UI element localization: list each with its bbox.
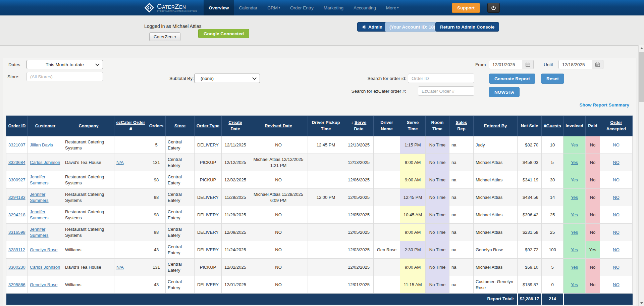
col-order-accepted[interactable]: Order Accepted	[600, 116, 633, 136]
ezcater-search-input[interactable]	[418, 86, 474, 96]
scrollbar-up-button[interactable]	[639, 45, 644, 51]
order-accepted-link[interactable]: NO	[613, 195, 620, 200]
cell-net-sale: $458.03	[518, 154, 542, 171]
generate-report-button[interactable]: Generate Report	[489, 74, 535, 84]
col-company[interactable]: Company	[63, 116, 114, 136]
order-accepted-link[interactable]: NO	[613, 265, 620, 270]
order-id-link[interactable]: 3323684	[8, 160, 25, 165]
cell-driver-pickup-time	[308, 259, 344, 276]
order-accepted-link[interactable]: NO	[613, 160, 620, 165]
cell-guests: 25	[542, 224, 564, 241]
ezcater-link[interactable]: N/A	[116, 265, 124, 270]
col-store[interactable]: Store	[166, 116, 195, 136]
scrollbar-down-button[interactable]	[639, 300, 644, 306]
order-id-link[interactable]: 3300230	[8, 265, 25, 270]
col-guests[interactable]: #Guests	[542, 116, 564, 136]
order-accepted-link[interactable]: NO	[613, 230, 620, 235]
support-button[interactable]: Support	[452, 3, 480, 13]
nowsta-button[interactable]: NOWSTA	[489, 87, 520, 97]
cell-order-id: 3300927	[6, 171, 28, 189]
admin-button[interactable]: Admin	[357, 22, 387, 32]
col-ezcater[interactable]: ezCater Order #	[114, 116, 147, 136]
customer-link[interactable]: Jennifer Summers	[30, 227, 49, 238]
cell-driver-name	[374, 224, 400, 241]
nav-item-crm[interactable]: CRM ▾	[262, 0, 285, 15]
order-id-link[interactable]: 3321007	[8, 142, 25, 147]
nav-item-accounting[interactable]: Accounting	[348, 0, 381, 15]
col-serve-date[interactable]: ↓ Serve Date	[344, 116, 374, 136]
order-accepted-link[interactable]: NO	[613, 247, 620, 252]
order-id-link[interactable]: 3289112	[8, 247, 25, 252]
order-id-link[interactable]: 3295866	[8, 282, 25, 287]
customer-link[interactable]: Jennifer Summers	[30, 192, 49, 203]
col-label: Order Type	[197, 123, 219, 128]
cell-serve-time: 9:00 AM	[400, 259, 426, 276]
customer-link[interactable]: Jennifer Summers	[30, 174, 49, 185]
customer-link[interactable]: Carlos Johnson	[30, 160, 60, 165]
col-revised-date[interactable]: Revised Date	[249, 116, 308, 136]
order-accepted-link[interactable]: NO	[613, 142, 620, 147]
until-calendar-button[interactable]	[592, 60, 603, 69]
invoiced-link[interactable]: Yes	[571, 247, 578, 252]
nav-item-calendar[interactable]: Calendar	[234, 0, 262, 15]
order-id-link[interactable]: 3300927	[8, 177, 25, 182]
dates-select[interactable]: This Month-to-date	[26, 60, 103, 69]
order-accepted-link[interactable]: NO	[613, 282, 620, 287]
account-dropdown-button[interactable]: CaterZen ▾	[149, 32, 180, 41]
from-calendar-button[interactable]	[522, 60, 534, 69]
col-create-date[interactable]: Create Date	[222, 116, 249, 136]
col-entered-by[interactable]: Entered By	[474, 116, 518, 136]
vertical-scrollbar[interactable]	[638, 45, 644, 306]
scrollbar-thumb[interactable]	[639, 52, 644, 102]
caterzen-logo[interactable]: CaterZen BY RESTAURANT & CATERING SYSTEM…	[144, 0, 204, 15]
nav-item-overview[interactable]: Overview	[204, 0, 234, 15]
invoiced-link[interactable]: Yes	[571, 160, 578, 165]
invoiced-link[interactable]: Yes	[571, 212, 578, 217]
col-order-type[interactable]: Order Type	[195, 116, 222, 136]
subtotal-by-select[interactable]: (none)	[194, 74, 260, 83]
ezcater-link[interactable]: N/A	[116, 160, 124, 165]
order-id-search-input[interactable]	[408, 74, 474, 83]
order-accepted-link[interactable]: NO	[613, 212, 620, 217]
invoiced-link[interactable]: Yes	[571, 282, 578, 287]
invoiced-link[interactable]: Yes	[571, 230, 578, 235]
account-id-button[interactable]: (Your Account ID: 18)	[385, 22, 440, 32]
customer-link[interactable]: Genelyn Rose	[30, 282, 57, 287]
customer-link[interactable]: Genelyn Rose	[30, 247, 57, 252]
invoiced-link[interactable]: Yes	[571, 177, 578, 182]
col-label: Invoiced	[566, 123, 583, 128]
col-customer[interactable]: Customer	[28, 116, 63, 136]
nav-item-order-entry[interactable]: Order Entry	[285, 0, 319, 15]
order-id-link[interactable]: 3294218	[8, 212, 25, 217]
show-report-summary-link[interactable]: Show Report Summary	[579, 102, 629, 107]
customer-link[interactable]: Jennifer Summers	[30, 209, 49, 220]
reset-button[interactable]: Reset	[541, 74, 564, 84]
cell-entered-by: Michael Attias	[474, 171, 518, 189]
invoiced-link[interactable]: Yes	[571, 142, 578, 147]
nav-item-marketing[interactable]: Marketing	[319, 0, 348, 15]
customer-link[interactable]: Jillian Davis	[30, 142, 53, 147]
col-sales-rep[interactable]: Sales Rep	[449, 116, 474, 136]
col-label: Orders	[149, 123, 164, 128]
cell-company: Restaurant Catering Systems	[63, 224, 114, 241]
google-connected-button[interactable]: Google Connected	[198, 29, 249, 38]
until-date-input[interactable]	[558, 60, 592, 69]
cell-invoiced: Yes	[564, 276, 586, 294]
order-id-link[interactable]: 3294183	[8, 195, 25, 200]
return-admin-console-button[interactable]: Return to Admin Console	[435, 22, 499, 32]
cell-paid: No	[586, 224, 600, 241]
cell-invoiced: Yes	[564, 206, 586, 224]
invoiced-link[interactable]: Yes	[571, 265, 578, 270]
store-input[interactable]	[26, 72, 103, 81]
order-id-link[interactable]: 3316598	[8, 230, 25, 235]
nav-item-more[interactable]: More ▾	[381, 0, 404, 15]
order-accepted-link[interactable]: NO	[613, 177, 620, 182]
col-orders: Orders	[147, 116, 166, 136]
customer-link[interactable]: Carlos Johnson	[30, 265, 60, 270]
from-date-input[interactable]	[489, 60, 522, 69]
invoiced-link[interactable]: Yes	[571, 195, 578, 200]
col-order-id[interactable]: Order ID	[6, 116, 28, 136]
cell-net-sale: $59.10	[518, 259, 542, 276]
cell-room-time: No Time	[426, 154, 449, 171]
logout-power-button[interactable]	[487, 3, 500, 13]
